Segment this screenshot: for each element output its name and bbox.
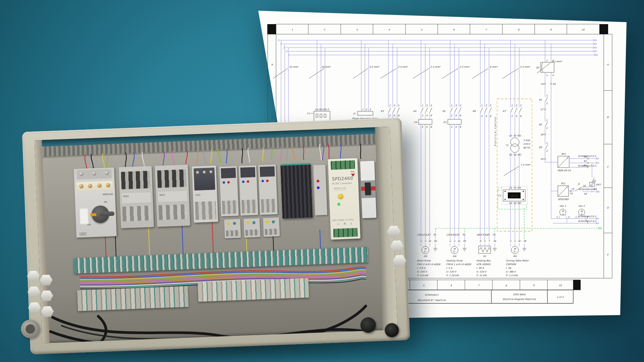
col-label: 3 — [356, 28, 358, 31]
doc-title: Schematic1 — [425, 294, 438, 296]
terminal-label: 91 — [584, 160, 587, 163]
terminal-number: 16 — [476, 234, 479, 236]
mini-relay-1 — [219, 166, 239, 216]
terminal-label: 28 — [540, 133, 543, 136]
terminal-label: U2 — [509, 154, 512, 156]
terminal-label: 4 — [485, 115, 487, 118]
terminal-label: 6 — [460, 126, 461, 128]
terminal-label: 3 — [552, 59, 554, 62]
motor-power: P: 1.4 kVA — [506, 274, 518, 277]
terminal-label: A2 — [593, 188, 596, 190]
col-label: 5 — [423, 284, 425, 287]
phase-label: U — [509, 240, 512, 243]
terminal-label: 2 — [546, 150, 548, 153]
motor-power: P: 0.6 kW — [417, 274, 428, 277]
psu-type: AC/DC Converter — [332, 182, 352, 185]
motor-symbol: M — [581, 210, 583, 213]
terminal-label: 5/L3 — [324, 108, 329, 111]
terminal-label: 4 — [426, 114, 428, 117]
col-label: 9 — [550, 28, 552, 31]
row-label: D — [607, 206, 609, 209]
component-id: RT1 — [561, 182, 565, 185]
terminal-label: 4 — [552, 74, 554, 77]
cable-gland — [28, 302, 41, 313]
component-id: K5 — [442, 110, 446, 113]
terminal-label: 6 — [520, 115, 522, 118]
gauge-label: 16 mm² — [321, 66, 331, 68]
terminal-label: 2 — [422, 126, 423, 128]
heater-id: R1 — [483, 255, 486, 258]
terminal-label: 2 — [546, 127, 548, 130]
phase-label: PE — [524, 240, 527, 243]
col-label: 7 — [485, 28, 487, 31]
terminal-label: 2 — [422, 114, 423, 117]
terminal-label: 1 — [546, 119, 547, 122]
terminal-label: 2 — [511, 115, 513, 118]
col-label: 9 — [533, 284, 535, 287]
motor-name: Drain Pump — [417, 259, 431, 262]
cable-gland — [27, 286, 40, 297]
terminal-label: V1 — [513, 187, 516, 189]
row-label: E — [607, 253, 609, 256]
offpage-link: Schematic2:A-1 — [578, 220, 596, 223]
terminal-number: 15 — [455, 234, 458, 236]
circuit-breaker-right — [360, 161, 376, 218]
terminal-label: 1 — [422, 104, 423, 107]
motor-symbol: M — [514, 248, 516, 250]
heater-model: HTR-100001 — [476, 263, 491, 266]
gauge-label: 2.5 mm² — [430, 66, 441, 68]
col-label: 4 — [388, 28, 390, 31]
terminal-label: 5 — [398, 104, 399, 107]
contactor-k7: K7 135 246 — [503, 104, 522, 118]
row-label: C — [607, 166, 609, 168]
component-id: T1 — [505, 144, 508, 147]
power-rating: 220V 60Hz — [513, 293, 526, 296]
phase-label: V — [514, 240, 517, 243]
col-label: 8 — [505, 284, 507, 287]
terminal-number: 17 — [481, 234, 484, 236]
col-label: 10 — [582, 28, 585, 31]
terminal-label: 16 — [583, 185, 586, 187]
motor-symbol: M — [562, 210, 564, 213]
terminal-label: 2 — [366, 108, 367, 111]
electrical-cabinet: MPW100 ON OFF WEG WEG WEG — [22, 118, 410, 355]
rating: 220 V — [523, 143, 531, 145]
motor-current: I: 3A — [506, 267, 511, 269]
motor-id: M3 — [424, 255, 427, 258]
phase-label: S — [484, 240, 486, 243]
gauge-label: 1.5 mm² — [521, 164, 531, 166]
brand-label: WEG — [159, 194, 165, 197]
col-label: 2 — [324, 28, 325, 31]
terminal-label: 3 — [426, 104, 428, 107]
terminal-label: 5 — [460, 104, 461, 107]
overload-id: E5 — [443, 121, 446, 124]
motor-model: CM1-2 A-R-I-E-AQQE — [417, 263, 441, 266]
fan-label: Fan 1 — [560, 205, 566, 207]
contact-id: J1 — [578, 183, 580, 185]
col-label: 7 — [478, 284, 480, 287]
phase-label: W — [429, 240, 431, 243]
motor-voltage: U: 220 V — [446, 270, 457, 273]
psu-rating: 24VDC-2.5A — [334, 187, 346, 190]
phase-label: V — [425, 240, 427, 243]
breaker-model-label: MPW100 — [103, 193, 113, 196]
motor-symbol: 3~ — [424, 250, 427, 253]
terminal-label: 4 — [455, 114, 457, 117]
terminal-number: 18 — [485, 234, 488, 236]
terminal-label: 27 — [540, 108, 544, 111]
motor-current: I: 3.9 A — [417, 267, 425, 269]
terminal-label: 5 — [520, 104, 522, 107]
overload-id: E4 — [414, 121, 417, 124]
terminal-label: 4 — [426, 126, 428, 128]
motor-symbol: 3~ — [453, 250, 456, 253]
phase-label: PE — [493, 240, 497, 243]
motor-branch-m3: 10 11 12 T U V W PE M 3~ M3 Drain Pump C… — [417, 234, 441, 277]
terminal-label: W2 — [517, 202, 521, 204]
row-label: A — [271, 63, 273, 66]
motor-current: I: 5 A — [446, 267, 452, 269]
terminal-label: 1 — [546, 59, 547, 62]
motor-voltage: U: 380 V — [506, 270, 517, 273]
terminal-label: 3 — [516, 104, 517, 107]
phase-label: PE — [463, 240, 467, 243]
diagram-name: Electrical Diagram PopCircle — [502, 298, 536, 301]
